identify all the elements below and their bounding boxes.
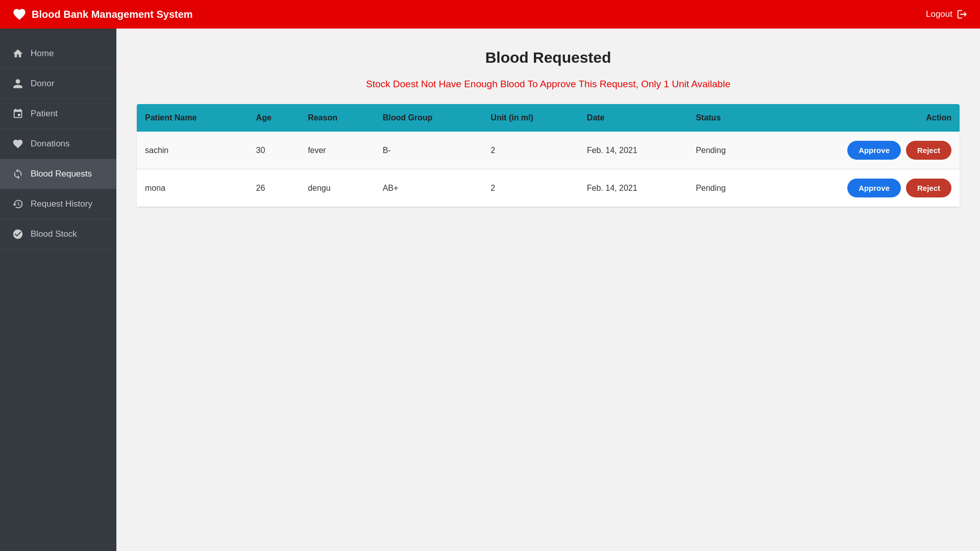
cell-age: 26: [248, 169, 300, 207]
sidebar-item-home-label: Home: [31, 48, 54, 59]
sidebar-item-blood-stock-label: Blood Stock: [31, 229, 77, 239]
sidebar-item-donor-label: Donor: [31, 79, 54, 89]
cell-blood-group: AB+: [375, 169, 483, 207]
col-reason: Reason: [300, 104, 375, 132]
app-title: Blood Bank Management System: [32, 9, 193, 20]
cell-status: Pending: [688, 132, 763, 169]
logout-label: Logout: [926, 9, 952, 19]
cell-patient-name: sachin: [137, 132, 248, 169]
cell-action: Approve Reject: [763, 132, 960, 169]
cell-date: Feb. 14, 2021: [579, 132, 688, 169]
logout-icon: [957, 9, 968, 20]
col-status: Status: [688, 104, 763, 132]
sidebar-item-request-history[interactable]: Request History: [0, 189, 116, 219]
person-icon: [12, 78, 23, 89]
sidebar-item-blood-stock[interactable]: Blood Stock: [0, 219, 116, 249]
logout-button[interactable]: Logout: [926, 9, 968, 20]
table-row: mona 26 dengu AB+ 2 Feb. 14, 2021 Pendin…: [137, 169, 960, 207]
cell-unit: 2: [482, 132, 579, 169]
sidebar-item-donor[interactable]: Donor: [0, 69, 116, 99]
sidebar-item-blood-requests[interactable]: Blood Requests: [0, 159, 116, 189]
col-blood-group: Blood Group: [375, 104, 483, 132]
cell-action: Approve Reject: [763, 169, 960, 207]
main-content: Blood Requested Stock Doest Not Have Eno…: [116, 29, 980, 551]
reject-button[interactable]: Reject: [906, 141, 951, 160]
blood-requests-table-container: Patient Name Age Reason Blood Group Unit…: [137, 104, 960, 207]
sidebar-item-home[interactable]: Home: [0, 39, 116, 69]
col-age: Age: [248, 104, 300, 132]
home-icon: [12, 48, 23, 59]
sidebar-item-donations-label: Donations: [31, 139, 70, 149]
cell-patient-name: mona: [137, 169, 248, 207]
sidebar-item-patient-label: Patient: [31, 109, 58, 119]
table-row: sachin 30 fever B- 2 Feb. 14, 2021 Pendi…: [137, 132, 960, 169]
col-unit: Unit (in ml): [482, 104, 579, 132]
cell-reason: dengu: [300, 169, 375, 207]
approve-button[interactable]: Approve: [847, 141, 901, 160]
table-header: Patient Name Age Reason Blood Group Unit…: [137, 104, 960, 132]
header: Blood Bank Management System Logout: [0, 0, 980, 29]
approve-button[interactable]: Approve: [847, 179, 901, 197]
page-title: Blood Requested: [137, 49, 960, 66]
sidebar-item-request-history-label: Request History: [31, 199, 92, 209]
history-icon: [12, 198, 23, 210]
donations-icon: [12, 138, 23, 149]
reject-button[interactable]: Reject: [906, 179, 951, 197]
cell-date: Feb. 14, 2021: [579, 169, 688, 207]
alert-message: Stock Doest Not Have Enough Blood To App…: [137, 79, 960, 90]
blood-requests-icon: [12, 168, 23, 180]
cell-blood-group: B-: [375, 132, 483, 169]
col-action: Action: [763, 104, 960, 132]
cell-reason: fever: [300, 132, 375, 169]
cell-age: 30: [248, 132, 300, 169]
col-patient-name: Patient Name: [137, 104, 248, 132]
sidebar-item-patient[interactable]: Patient: [0, 99, 116, 129]
blood-stock-icon: [12, 229, 23, 240]
app-title-group: Blood Bank Management System: [12, 7, 193, 21]
blood-requests-table: Patient Name Age Reason Blood Group Unit…: [137, 104, 960, 207]
heart-icon: [12, 7, 27, 21]
sidebar: Home Donor Patient D: [0, 29, 116, 551]
cell-unit: 2: [482, 169, 579, 207]
table-body: sachin 30 fever B- 2 Feb. 14, 2021 Pendi…: [137, 132, 960, 207]
sidebar-item-donations[interactable]: Donations: [0, 129, 116, 159]
sidebar-item-blood-requests-label: Blood Requests: [31, 169, 92, 179]
patient-icon: [12, 108, 23, 119]
col-date: Date: [579, 104, 688, 132]
cell-status: Pending: [688, 169, 763, 207]
